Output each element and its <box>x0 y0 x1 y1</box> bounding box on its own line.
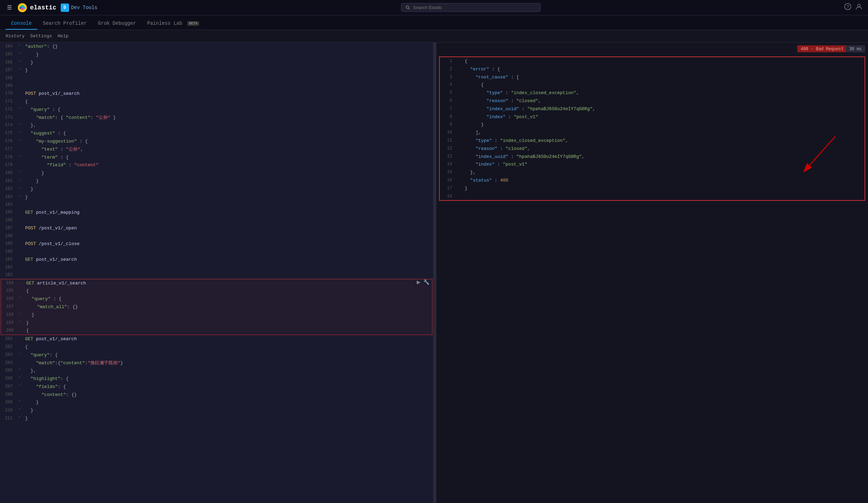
svg-line-6 <box>408 8 410 9</box>
code-editor: 164 * "author": {} 165 * } 166 * } 167 *… <box>0 43 433 422</box>
table-row: 178 * "term" : { <box>0 153 433 161</box>
table-row: 184 <box>0 201 433 208</box>
table-row: 15 }, <box>440 168 865 176</box>
elastic-logo-text: elastic <box>30 4 56 11</box>
table-row: 202 { <box>0 343 433 351</box>
elastic-logo: elastic <box>17 3 56 13</box>
table-row: 3 "root_cause" : [ <box>440 73 865 81</box>
table-row: 164 * "author": {} <box>0 43 433 51</box>
table-row: 171 { <box>0 98 433 106</box>
table-row: 191 GET post_v1/_search <box>0 256 433 264</box>
table-row: 195 { <box>1 287 432 295</box>
table-row: 179 "field" : "content" <box>0 161 433 169</box>
top-nav-left: ☰ elastic D Dev Tools <box>6 3 97 13</box>
table-row: 17 } <box>440 184 865 192</box>
table-row: 16 "status" : 400 <box>440 176 865 184</box>
table-row: 4 { <box>440 81 865 89</box>
app-title: Dev Tools <box>71 5 98 10</box>
editor-pane[interactable]: 164 * "author": {} 165 * } 166 * } 167 *… <box>0 43 434 503</box>
table-row: 210 * } <box>0 406 433 414</box>
table-row: 13 "index_uuid" : "hpahaBJ6S0u24eIY7qG8R… <box>440 153 865 161</box>
table-row: 170 POST post_v1/_search <box>0 90 433 98</box>
hamburger-button[interactable]: ☰ <box>6 3 13 12</box>
table-row: 194 GET article_v1/_search ▶ 🔧 <box>1 279 432 287</box>
svg-point-5 <box>406 6 409 8</box>
table-row: 209 * } <box>0 398 433 406</box>
table-row: 211 * } <box>0 414 433 422</box>
svg-text:?: ? <box>847 5 849 9</box>
table-row: 1 { <box>440 57 865 65</box>
main-content: 164 * "author": {} 165 * } 166 * } 167 *… <box>0 43 868 503</box>
app-icon: D <box>61 3 69 12</box>
beta-badge: BETA <box>187 21 199 26</box>
table-row: 9 } <box>440 121 865 129</box>
table-row: 206 * "highlight": { <box>0 375 433 383</box>
table-row: 181 * } <box>0 177 433 185</box>
table-row: 203 * "query": { <box>0 351 433 359</box>
search-input[interactable] <box>413 5 536 10</box>
table-row: 198 * } <box>1 311 432 319</box>
tab-console[interactable]: Console <box>6 18 37 30</box>
line-actions: ▶ 🔧 <box>417 279 432 285</box>
table-row: 190 <box>0 248 433 256</box>
elastic-logo-icon <box>17 3 27 13</box>
table-row: 187 POST /post_v1/_open <box>0 224 433 232</box>
run-button[interactable]: ▶ <box>417 279 421 285</box>
table-row: 12 "reason" : "closed", <box>440 145 865 153</box>
table-row: 199 * } <box>1 319 432 327</box>
toolbar: History Settings Help <box>0 30 868 43</box>
table-row: 10 ], <box>440 129 865 137</box>
top-nav-right: ? <box>844 3 862 12</box>
toolbar-settings[interactable]: Settings <box>30 33 52 39</box>
response-pane[interactable]: 400 - Bad Request 30 ms 1 { 2 "error" : … <box>436 43 868 503</box>
search-bar[interactable] <box>401 3 541 12</box>
table-row: 174 * }, <box>0 121 433 129</box>
table-row: 176 * "my-suggestion" : { <box>0 137 433 145</box>
table-row: 168 <box>0 74 433 82</box>
breadcrumb-app: D Dev Tools <box>61 3 98 12</box>
table-row: 196 * "query" : { <box>1 295 432 303</box>
table-row: 207 * "fields": { <box>0 383 433 391</box>
table-row: 166 * } <box>0 59 433 67</box>
user-icon-button[interactable] <box>855 3 862 12</box>
top-nav: ☰ elastic D Dev Tools <box>0 0 868 15</box>
toolbar-help[interactable]: Help <box>58 33 68 39</box>
table-row: 18 <box>440 192 865 200</box>
table-row: 175 * "suggest" : { <box>0 129 433 137</box>
table-row: 173 "match": { "content": "公孙" } <box>0 114 433 122</box>
table-row: 183 * } <box>0 193 433 201</box>
table-row: 205 * }, <box>0 367 433 375</box>
table-row: 177 "text" : "公孙", <box>0 145 433 153</box>
table-row: 8 "index" : "post_v1" <box>440 113 865 121</box>
table-row: 185 GET post_v1/_mapping <box>0 208 433 216</box>
table-row: 186 <box>0 216 433 224</box>
svg-point-9 <box>858 4 860 7</box>
tab-painless-lab[interactable]: Painless Lab BETA <box>142 18 205 30</box>
table-row: 180 * } <box>0 169 433 177</box>
table-row: 201 GET post_v1/_search <box>0 335 433 343</box>
table-row: 204 "match":{"content":"挽狂澜于既倒"} <box>0 359 433 367</box>
table-row: 11 "type" : "index_closed_exception", <box>440 137 865 145</box>
table-row: 172 * "query" : { <box>0 106 433 114</box>
table-row: 167 * } <box>0 66 433 74</box>
search-icon <box>406 5 410 10</box>
table-row: 5 "type" : "index_closed_exception", <box>440 89 865 97</box>
table-row: 197 "match_all": {} <box>1 303 432 311</box>
table-row: 189 POST /post_v1/_close <box>0 240 433 248</box>
table-row: 182 * } <box>0 185 433 193</box>
status-badge: 400 - Bad Request <box>797 45 847 52</box>
table-row: 14 "index" : "post_v1" <box>440 160 865 168</box>
tab-grok-debugger[interactable]: Grok Debugger <box>92 18 142 30</box>
table-row: 7 "index_uuid" : "hpahaBJ6S0u24eIY7qG8Rg… <box>440 105 865 113</box>
help-icon-button[interactable]: ? <box>844 3 851 12</box>
table-row: 193 <box>0 271 433 279</box>
table-row: 6 "reason" : "closed", <box>440 97 865 105</box>
tab-search-profiler[interactable]: Search Profiler <box>37 18 92 30</box>
table-row: 165 * } <box>0 51 433 59</box>
table-row: 169 <box>0 82 433 90</box>
table-row: 208 "content": {} <box>0 391 433 399</box>
wrench-button[interactable]: 🔧 <box>423 279 429 285</box>
toolbar-history[interactable]: History <box>6 33 25 39</box>
time-badge: 30 ms <box>846 45 865 52</box>
sub-nav-tabs: Console Search Profiler Grok Debugger Pa… <box>0 15 868 30</box>
